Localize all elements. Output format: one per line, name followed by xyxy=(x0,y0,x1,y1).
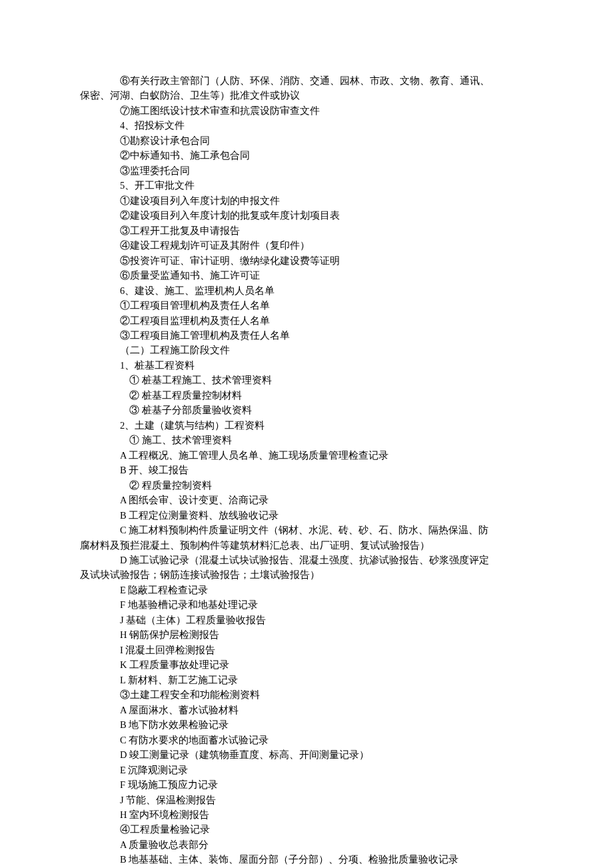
text-line: E 隐蔽工程检查记录 xyxy=(80,583,533,597)
text-line: 4、招投标文件 xyxy=(80,118,533,133)
text-line: ⑤投资许可证、审计证明、缴纳绿化建设费等证明 xyxy=(80,253,533,268)
text-line: K 工程质量事故处理记录 xyxy=(80,657,533,672)
text-line: H 室内环境检测报告 xyxy=(80,807,533,822)
text-line: 及试块试验报告；钢筋连接试验报告；土壤试验报告） xyxy=(80,567,533,582)
text-line: C 施工材料预制构件质量证明文件（钢材、水泥、砖、砂、石、防水、隔热保温、防 xyxy=(80,523,533,537)
text-line: 保密、河湖、白蚁防治、卫生等）批准文件或协议 xyxy=(80,88,533,103)
text-line: E 沉降观测记录 xyxy=(80,763,533,777)
text-line: ②建设项目列入年度计划的批复或年度计划项目表 xyxy=(80,208,533,223)
text-line: B 地下防水效果检验记录 xyxy=(80,717,533,732)
text-line: D 竣工测量记录（建筑物垂直度、标高、开间测量记录） xyxy=(80,747,533,762)
text-line: B 开、竣工报告 xyxy=(80,463,533,477)
text-line: J 基础（主体）工程质量验收报告 xyxy=(80,613,533,627)
text-line: ③工程开工批复及申请报告 xyxy=(80,223,533,238)
text-line: ②中标通知书、施工承包合同 xyxy=(80,148,533,163)
text-line: C 有防水要求的地面蓄水试验记录 xyxy=(80,733,533,747)
text-line: L 新材料、新工艺施工记录 xyxy=(80,673,533,687)
text-line: ①勘察设计承包合同 xyxy=(80,133,533,148)
text-line: F 地基验槽记录和地基处理记录 xyxy=(80,597,533,612)
text-line: ② 桩基工程质量控制材料 xyxy=(80,388,533,403)
text-line: ④工程质量检验记录 xyxy=(80,822,533,837)
text-line: 6、建设、施工、监理机构人员名单 xyxy=(80,283,533,298)
text-line: ③土建工程安全和功能检测资料 xyxy=(80,687,533,702)
text-line: A 图纸会审、设计变更、洽商记录 xyxy=(80,493,533,507)
text-line: 1、桩基工程资料 xyxy=(80,358,533,373)
text-line: ① 桩基工程施工、技术管理资料 xyxy=(80,373,533,387)
text-line: D 施工试验记录（混凝土试块试验报告、混凝土强度、抗渗试验报告、砂浆强度评定 xyxy=(80,553,533,567)
text-line: F 现场施工预应力记录 xyxy=(80,777,533,792)
text-line: B 工程定位测量资料、放线验收记录 xyxy=(80,508,533,523)
text-line: A 屋面淋水、蓄水试验材料 xyxy=(80,703,533,717)
document-body: ⑥有关行政主管部门（人防、环保、消防、交通、园林、市政、文物、教育、通讯、保密、… xyxy=(80,73,533,868)
text-line: ④建设工程规划许可证及其附件（复印件） xyxy=(80,238,533,253)
text-line: A 质量验收总表部分 xyxy=(80,837,533,852)
text-line: J 节能、保温检测报告 xyxy=(80,793,533,807)
text-line: ⑥有关行政主管部门（人防、环保、消防、交通、园林、市政、文物、教育、通讯、 xyxy=(80,73,533,88)
text-line: 2、土建（建筑与结构）工程资料 xyxy=(80,418,533,433)
text-line: ⑥质量受监通知书、施工许可证 xyxy=(80,268,533,283)
text-line: B 地基基础、主体、装饰、屋面分部（子分部）、分项、检验批质量验收记录 xyxy=(80,852,533,867)
text-line: ①工程项目管理机构及责任人名单 xyxy=(80,298,533,313)
text-line: I 混凝土回弹检测报告 xyxy=(80,643,533,657)
text-line: ② 程质量控制资料 xyxy=(80,478,533,493)
text-line: H 钢筋保护层检测报告 xyxy=(80,627,533,642)
text-line: ②工程项目监理机构及责任人名单 xyxy=(80,313,533,328)
text-line: ③监理委托合同 xyxy=(80,163,533,178)
text-line: （二）工程施工阶段文件 xyxy=(80,343,533,357)
text-line: ① 施工、技术管理资料 xyxy=(80,433,533,447)
text-line: ⑦施工图纸设计技术审查和抗震设防审查文件 xyxy=(80,103,533,118)
text-line: 5、开工审批文件 xyxy=(80,178,533,193)
text-line: A 工程概况、施工管理人员名单、施工现场质量管理检查记录 xyxy=(80,448,533,463)
text-line: ③ 桩基子分部质量验收资料 xyxy=(80,403,533,417)
text-line: ①建设项目列入年度计划的申报文件 xyxy=(80,193,533,208)
text-line: ③工程项目施工管理机构及责任人名单 xyxy=(80,328,533,343)
text-line: 腐材料及预拦混凝土、预制构件等建筑材料汇总表、出厂证明、复试试验报告） xyxy=(80,538,533,553)
